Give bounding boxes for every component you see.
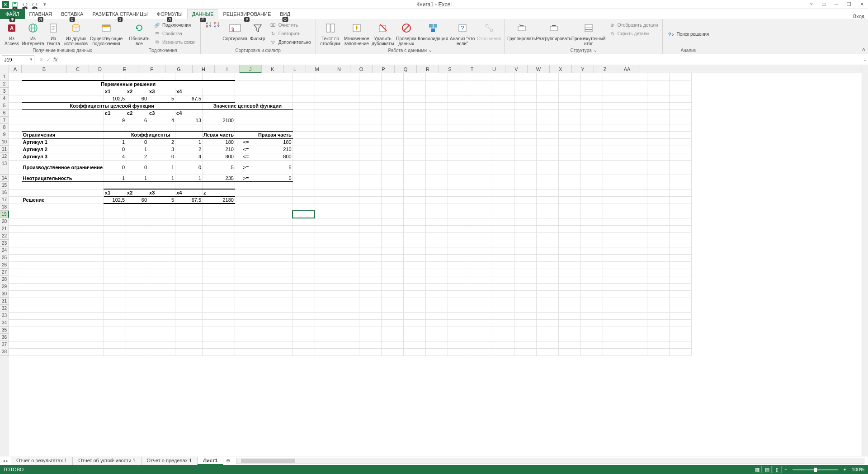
refresh-all-button[interactable]: Обновить все <box>128 20 151 47</box>
tab-file[interactable]: ФАЙЛФ <box>0 9 25 19</box>
status-bar: ГОТОВО ▦ ▤ ▯ − + 100% <box>0 465 868 474</box>
expand-formula-bar-icon[interactable]: ⌄ <box>862 57 868 62</box>
svg-rect-1 <box>14 2 16 4</box>
horizontal-scrollbar[interactable] <box>236 458 864 464</box>
sheet-tab[interactable]: Лист1 <box>198 457 223 465</box>
group-label: Анализ <box>665 47 711 54</box>
qat-customize[interactable]: ▾ <box>41 0 49 9</box>
group-sort-filter: AЯ ЯA AЯСортировка Фильтр ⌧Очистить ↻Пов… <box>201 19 316 54</box>
hide-detail-button: ⊖Скрыть детали <box>607 29 660 38</box>
view-break-icon[interactable]: ▯ <box>773 466 782 473</box>
tab-view[interactable]: ВИДО <box>275 9 295 19</box>
connections-button[interactable]: 🔗Подключения <box>151 21 198 29</box>
qat-redo[interactable]: 3 <box>31 0 39 9</box>
name-box[interactable]: J19▼ <box>2 55 34 64</box>
from-text-button[interactable]: Из текста <box>45 20 61 47</box>
chevron-down-icon[interactable]: ▼ <box>29 57 33 62</box>
sort-button[interactable]: AЯСортировка <box>222 20 248 47</box>
relationships-button[interactable]: Отношения <box>477 20 501 47</box>
view-normal-icon[interactable]: ▦ <box>753 466 762 473</box>
svg-rect-37 <box>550 26 557 31</box>
ribbon-display-icon[interactable]: ▭ <box>819 1 828 8</box>
svg-text:A: A <box>10 25 14 32</box>
svg-text:Я: Я <box>231 28 234 33</box>
qat-undo[interactable]: 2 <box>21 0 29 9</box>
svg-rect-30 <box>431 28 435 32</box>
maximize-icon[interactable]: ❐ <box>844 1 854 8</box>
group-button[interactable]: Группировать <box>507 20 536 47</box>
fx-icon[interactable]: fx <box>53 57 57 63</box>
close-icon[interactable]: ✕ <box>857 1 866 8</box>
svg-text:A: A <box>214 24 217 28</box>
group-connections: Обновить все 🔗Подключения ☰Свойства ⧉Изм… <box>125 19 201 54</box>
sheet-tab[interactable]: Отчет о пределах 1 <box>142 457 198 465</box>
svg-rect-28 <box>429 24 433 28</box>
svg-point-11 <box>72 24 80 27</box>
svg-line-27 <box>404 25 409 31</box>
tab-review[interactable]: РЕЦЕНЗИРОВАНИЕР <box>218 9 275 19</box>
consolidate-button[interactable]: Консолидация <box>418 20 448 47</box>
sheet-tab[interactable]: Отчет о результатах 1 <box>11 457 73 465</box>
from-access-button[interactable]: AИз Access <box>3 20 21 47</box>
svg-text:Я: Я <box>206 24 208 28</box>
row-headers[interactable]: 1234567891011121314151617181920212223242… <box>0 73 9 456</box>
svg-rect-29 <box>434 24 437 28</box>
ungroup-button[interactable]: Разгруппировать <box>537 20 571 47</box>
remove-duplicates-button[interactable]: Удалить дубликаты <box>371 20 395 47</box>
text-to-columns-button[interactable]: Текст по столбцам <box>319 20 342 47</box>
tab-home[interactable]: ГЛАВНАЯЯ <box>25 9 57 19</box>
subtotal-button[interactable]: Промежуточный итог <box>571 20 606 47</box>
group-label: Получение внешних данных <box>3 47 122 54</box>
formula-input[interactable] <box>60 55 862 64</box>
qat-save[interactable]: 1 <box>11 0 19 9</box>
advanced-filter-button[interactable]: ▽Дополнительно <box>268 38 313 46</box>
zoom-level[interactable]: 100% <box>849 467 864 472</box>
account-signin[interactable]: Вход <box>853 14 864 19</box>
status-text: ГОТОВО <box>4 467 24 472</box>
ribbon: AИз Access Из Интернета Из текста Из дру… <box>0 19 868 54</box>
tab-insert[interactable]: ВСТАВКАС <box>57 9 88 19</box>
from-web-button[interactable]: Из Интернета <box>22 20 44 47</box>
collapse-ribbon-icon[interactable]: ᐱ <box>862 47 865 52</box>
sheet-tab[interactable]: Отчет об устойчивости 1 <box>73 457 141 465</box>
filter-button[interactable]: Фильтр <box>249 20 267 47</box>
existing-conn-button[interactable]: Существующие подключения <box>90 20 122 47</box>
sheet-nav[interactable]: ◂▸ <box>0 458 11 463</box>
tab-data[interactable]: ДАННЫЕЁ <box>187 9 219 19</box>
group-analysis: ?Поиск решения Анализ <box>663 19 713 54</box>
zoom-slider[interactable] <box>793 469 838 470</box>
window-title: Книга1 - Excel <box>416 1 452 8</box>
group-external-data: AИз Access Из Интернета Из текста Из дру… <box>0 19 125 54</box>
properties-button: ☰Свойства <box>151 29 198 38</box>
minimize-icon[interactable]: ─ <box>832 1 841 8</box>
svg-rect-21 <box>326 24 330 32</box>
what-if-button[interactable]: ?Анализ "что если" <box>449 20 476 47</box>
svg-rect-22 <box>331 24 335 32</box>
svg-text:?: ? <box>461 24 464 32</box>
svg-rect-36 <box>518 26 525 31</box>
quick-access-toolbar: X 1 2 3 ▾ <box>0 0 49 9</box>
vertical-scrollbar[interactable] <box>862 65 868 456</box>
data-validation-button[interactable]: Проверка данных <box>396 20 417 47</box>
svg-line-35 <box>488 27 491 29</box>
sort-za-button[interactable]: ЯA <box>212 20 222 47</box>
add-sheet-button[interactable]: ⊕ <box>223 458 232 464</box>
zoom-in-button[interactable]: + <box>841 467 848 472</box>
column-headers[interactable]: ABCDEFGHIJKLMNOPQRSTUVWXYZAA <box>9 65 862 73</box>
svg-rect-38 <box>585 24 592 32</box>
dialog-launcher-icon[interactable]: ↘ <box>428 48 432 53</box>
group-label: Структура ↘ <box>507 47 660 54</box>
flash-fill-button[interactable]: Мгновенное заполнение <box>343 20 370 47</box>
select-all-corner[interactable] <box>0 65 9 73</box>
tab-page-layout[interactable]: РАЗМЕТКА СТРАНИЦЫЗ <box>88 9 152 19</box>
help-icon[interactable]: ? <box>807 1 816 8</box>
spreadsheet-grid[interactable]: ABCDEFGHIJKLMNOPQRSTUVWXYZAA 12345678910… <box>0 65 868 456</box>
from-other-button[interactable]: Из других источников <box>62 20 90 47</box>
tab-formulas[interactable]: ФОРМУЛЫЛ <box>152 9 187 19</box>
zoom-out-button[interactable]: − <box>783 467 789 472</box>
view-layout-icon[interactable]: ▤ <box>763 466 772 473</box>
group-label: Сортировка и фильтр <box>203 47 313 54</box>
dialog-launcher-icon[interactable]: ↘ <box>593 48 597 53</box>
solver-button[interactable]: ?Поиск решения <box>665 20 711 47</box>
cells-area[interactable]: Переменные решенияx1x2x3x4102,560567,5Ко… <box>9 73 862 456</box>
